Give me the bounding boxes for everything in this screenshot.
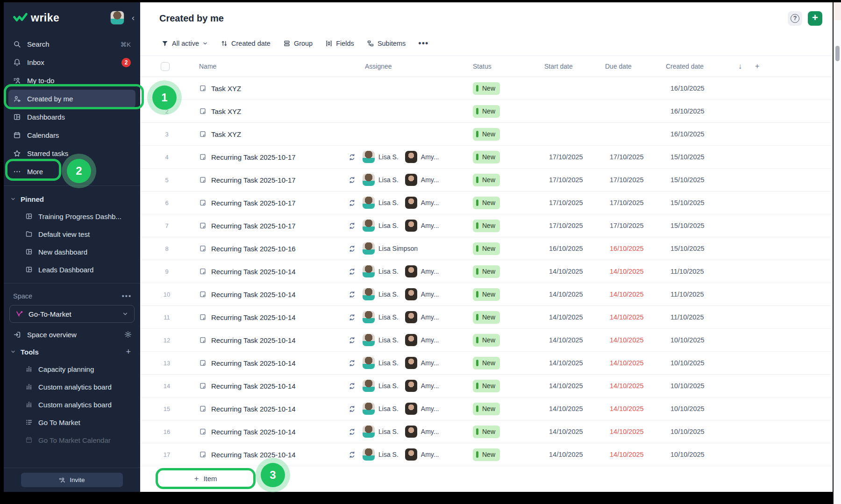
assignee-avatar[interactable]	[363, 242, 375, 255]
assignee-avatar[interactable]	[363, 311, 375, 323]
status-badge[interactable]: New	[473, 174, 500, 186]
table-row[interactable]: 3Task XYZNew16/10/2025	[140, 123, 833, 146]
status-badge[interactable]: New	[473, 311, 500, 324]
task-name-cell[interactable]: Recurring Task 2025-10-17	[199, 222, 348, 230]
assignee-avatar[interactable]	[405, 288, 417, 300]
created-date-cell[interactable]: 10/10/2025	[666, 382, 727, 390]
start-date-cell[interactable]: 14/10/2025	[544, 336, 605, 344]
due-date-cell[interactable]: 14/10/2025	[605, 451, 666, 458]
assignee-cell[interactable]: Lisa S.Amy...	[348, 265, 473, 277]
start-date-cell[interactable]: 16/10/2025	[544, 245, 605, 252]
created-date-cell[interactable]: 11/10/2025	[666, 268, 727, 275]
created-date-cell[interactable]: 16/10/2025	[666, 107, 727, 115]
sort-created-date[interactable]: Created date	[221, 40, 271, 47]
pinned-item-default-view-test[interactable]: Default view test	[4, 225, 140, 243]
column-header-due-date[interactable]: Due date	[605, 63, 666, 70]
status-badge[interactable]: New	[473, 403, 500, 415]
task-name-cell[interactable]: Task XYZ	[199, 130, 348, 138]
task-name-cell[interactable]: Recurring Task 2025-10-17	[199, 153, 348, 161]
assignee-cell[interactable]: Lisa S.Amy...	[348, 357, 473, 369]
assignee-cell[interactable]: Lisa S.Amy...	[348, 151, 473, 163]
status-cell[interactable]: New	[473, 151, 544, 163]
assignee-avatar[interactable]	[363, 448, 375, 461]
sidebar-item-inbox[interactable]: Inbox2	[8, 53, 135, 71]
assignee-cell[interactable]: Lisa S.Amy...	[348, 220, 473, 232]
sidebar-item-more[interactable]: More	[8, 163, 135, 181]
status-badge[interactable]: New	[473, 448, 500, 461]
sidebar-item-starred-tasks[interactable]: Starred tasks	[8, 144, 135, 163]
table-row[interactable]: 11Recurring Task 2025-10-14Lisa S.Amy...…	[140, 306, 833, 329]
tools-group-header[interactable]: Tools +	[4, 343, 140, 360]
table-row[interactable]: 9Recurring Task 2025-10-14Lisa S.Amy...N…	[140, 260, 833, 283]
status-cell[interactable]: New	[473, 380, 544, 392]
assignee-avatar[interactable]	[405, 357, 417, 369]
column-header-created-date[interactable]: Created date	[666, 63, 727, 70]
table-row[interactable]: 4Recurring Task 2025-10-17Lisa S.Amy...N…	[140, 146, 833, 169]
assignee-cell[interactable]: Lisa S.Amy...	[348, 380, 473, 392]
start-date-cell[interactable]: 14/10/2025	[544, 428, 605, 435]
assignee-avatar[interactable]	[363, 334, 375, 346]
status-cell[interactable]: New	[473, 403, 544, 415]
assignee-cell[interactable]: Lisa S.Amy...	[348, 403, 473, 415]
due-date-cell[interactable]: 17/10/2025	[605, 153, 666, 161]
table-row[interactable]: 1Task XYZNew16/10/2025	[140, 77, 833, 100]
table-row[interactable]: 8Recurring Task 2025-10-16Lisa SimpsonNe…	[140, 237, 833, 260]
created-date-cell[interactable]: 15/10/2025	[666, 222, 727, 229]
assignee-avatar[interactable]	[363, 357, 375, 369]
assignee-cell[interactable]: Lisa S.Amy...	[348, 174, 473, 186]
task-name-cell[interactable]: Task XYZ	[199, 85, 348, 92]
assignee-cell[interactable]: Lisa S.Amy...	[348, 288, 473, 300]
created-date-cell[interactable]: 10/10/2025	[666, 359, 727, 367]
create-new-button[interactable]: +	[808, 11, 822, 26]
status-cell[interactable]: New	[473, 197, 544, 209]
table-row[interactable]: 14Recurring Task 2025-10-14Lisa S.Amy...…	[140, 375, 833, 398]
created-date-cell[interactable]: 11/10/2025	[666, 313, 727, 321]
start-date-cell[interactable]: 17/10/2025	[544, 222, 605, 229]
select-all-checkbox[interactable]	[161, 62, 170, 71]
assignee-cell[interactable]: Lisa Simpson	[348, 242, 473, 255]
start-date-cell[interactable]: 14/10/2025	[544, 359, 605, 367]
start-date-cell[interactable]: 17/10/2025	[544, 176, 605, 184]
task-name-cell[interactable]: Recurring Task 2025-10-14	[199, 405, 348, 413]
created-date-cell[interactable]: 15/10/2025	[666, 199, 727, 206]
status-badge[interactable]: New	[473, 265, 500, 278]
status-cell[interactable]: New	[473, 265, 544, 278]
due-date-cell[interactable]: 14/10/2025	[605, 382, 666, 390]
created-date-cell[interactable]: 10/10/2025	[666, 336, 727, 344]
status-cell[interactable]: New	[473, 357, 544, 369]
assignee-avatar[interactable]	[405, 220, 417, 232]
add-tool-icon[interactable]: +	[126, 347, 131, 357]
start-date-cell[interactable]: 14/10/2025	[544, 405, 605, 412]
collapse-sidebar-icon[interactable]: ‹	[129, 13, 137, 23]
due-date-cell[interactable]: 14/10/2025	[605, 313, 666, 321]
status-badge[interactable]: New	[473, 128, 500, 141]
group-button[interactable]: Group	[283, 40, 313, 47]
assignee-avatar[interactable]	[363, 174, 375, 186]
pinned-item-leads-dashboard[interactable]: Leads Dashboard	[4, 261, 140, 278]
due-date-cell[interactable]: 14/10/2025	[605, 428, 666, 435]
start-date-cell[interactable]: 14/10/2025	[544, 313, 605, 321]
toolbar-more-icon[interactable]: •••	[418, 39, 428, 49]
assignee-avatar[interactable]	[363, 403, 375, 415]
table-row[interactable]: 6Recurring Task 2025-10-17Lisa S.Amy...N…	[140, 192, 833, 214]
assignee-avatar[interactable]	[405, 265, 417, 277]
status-cell[interactable]: New	[473, 82, 544, 95]
due-date-cell[interactable]: 14/10/2025	[605, 268, 666, 275]
due-date-cell[interactable]: 17/10/2025	[605, 176, 666, 184]
space-more-icon[interactable]: •••	[122, 292, 132, 300]
table-row[interactable]: 7Recurring Task 2025-10-17Lisa S.Amy...N…	[140, 214, 833, 237]
sidebar-item-space-overview[interactable]: Space overview	[4, 326, 140, 343]
subitems-button[interactable]: Subitems	[367, 40, 406, 47]
sort-direction-icon[interactable]: ↓	[738, 62, 742, 71]
sidebar-item-calendars[interactable]: Calendars	[8, 126, 135, 144]
column-header-status[interactable]: Status	[473, 63, 544, 70]
table-row[interactable]: 13Recurring Task 2025-10-14Lisa S.Amy...…	[140, 352, 833, 375]
pinned-item-new-dashboard[interactable]: New dashboard	[4, 243, 140, 261]
assignee-avatar[interactable]	[363, 265, 375, 277]
table-row[interactable]: 15Recurring Task 2025-10-14Lisa S.Amy...…	[140, 398, 833, 420]
space-selector[interactable]: Go-To-Market	[9, 305, 135, 323]
tool-item-custom-analytics-board[interactable]: Custom analytics board	[4, 396, 140, 413]
task-name-cell[interactable]: Recurring Task 2025-10-17	[199, 176, 348, 184]
status-badge[interactable]: New	[473, 220, 500, 232]
table-row[interactable]: 16Recurring Task 2025-10-14Lisa S.Amy...…	[140, 420, 833, 443]
